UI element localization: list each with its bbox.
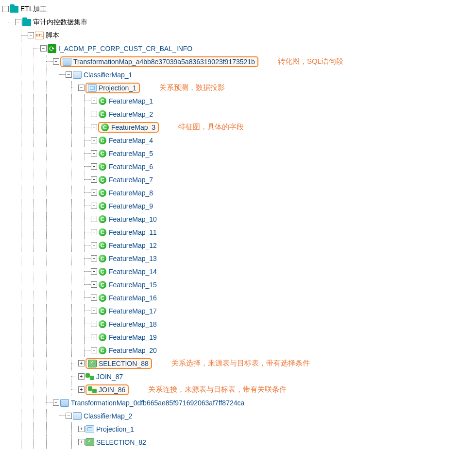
expand-toggle[interactable]: + bbox=[78, 426, 85, 432]
node-feature[interactable]: FeatureMap_12 bbox=[108, 242, 158, 249]
tree-indent bbox=[15, 42, 28, 55]
collapse-toggle[interactable]: − bbox=[15, 19, 21, 25]
expand-toggle[interactable]: + bbox=[91, 281, 97, 288]
node-feature[interactable]: FeatureMap_20 bbox=[108, 347, 158, 354]
collapse-toggle[interactable]: − bbox=[78, 85, 85, 91]
collapse-toggle[interactable]: − bbox=[40, 45, 47, 52]
tree-indent bbox=[78, 278, 91, 291]
expand-toggle[interactable]: + bbox=[78, 439, 85, 445]
node-feature[interactable]: FeatureMap_9 bbox=[108, 202, 154, 210]
feature-map-icon: C bbox=[98, 215, 107, 223]
node-selection[interactable]: SELECTION_82 bbox=[95, 438, 147, 446]
expand-toggle[interactable]: + bbox=[91, 163, 97, 170]
node-feature[interactable]: FeatureMap_3 bbox=[110, 123, 156, 131]
tree-row: +CFeatureMap_10 bbox=[2, 212, 476, 226]
tree-indent bbox=[40, 134, 53, 147]
node-feature[interactable]: FeatureMap_4 bbox=[108, 137, 154, 144]
tree-indent bbox=[28, 147, 40, 160]
expand-toggle[interactable]: + bbox=[91, 295, 97, 301]
tree-indent bbox=[2, 147, 15, 160]
expand-toggle[interactable]: + bbox=[91, 347, 97, 353]
expand-toggle[interactable]: + bbox=[91, 334, 97, 340]
tree-row: +CFeatureMap_16 bbox=[2, 291, 476, 304]
node-feature[interactable]: FeatureMap_13 bbox=[108, 255, 158, 262]
expand-toggle[interactable]: + bbox=[91, 111, 97, 117]
tree-indent bbox=[40, 409, 53, 422]
collapse-toggle[interactable]: − bbox=[53, 400, 59, 406]
tree-row: +CFeatureMap_12 bbox=[2, 239, 476, 252]
node-feature[interactable]: FeatureMap_6 bbox=[108, 163, 154, 171]
annotation-label: 关系选择，来源表与目标表，带有选择条件 bbox=[171, 359, 310, 368]
node-proj2[interactable]: Projection_1 bbox=[95, 425, 135, 433]
expand-toggle[interactable]: + bbox=[78, 373, 85, 380]
expand-toggle[interactable]: + bbox=[91, 216, 97, 222]
node-cmap1[interactable]: ClassifierMap_1 bbox=[83, 71, 133, 79]
expand-toggle[interactable]: + bbox=[78, 360, 85, 366]
tree-indent bbox=[28, 357, 40, 370]
node-feature[interactable]: FeatureMap_16 bbox=[108, 294, 158, 302]
node-tmap2[interactable]: TransformationMap_0dfb665ae85f971692063a… bbox=[70, 399, 245, 407]
node-join[interactable]: JOIN_86 bbox=[98, 386, 126, 394]
tree-indent bbox=[40, 107, 53, 121]
collapse-toggle[interactable]: − bbox=[53, 58, 59, 65]
node-feature[interactable]: FeatureMap_7 bbox=[108, 176, 154, 184]
node-feature[interactable]: FeatureMap_11 bbox=[108, 228, 158, 236]
node-script[interactable]: 脚本 bbox=[45, 31, 60, 40]
collapse-toggle[interactable]: − bbox=[2, 6, 9, 12]
node-feature[interactable]: FeatureMap_19 bbox=[108, 333, 158, 341]
node-tmap1[interactable]: TransformationMap_a4bb8e37039a5a83631902… bbox=[72, 58, 256, 66]
node-feature[interactable]: FeatureMap_1 bbox=[108, 97, 154, 105]
tree-indent bbox=[66, 121, 78, 134]
node-cmap2[interactable]: ClassifierMap_2 bbox=[83, 412, 133, 420]
tree-indent bbox=[2, 239, 15, 252]
expand-toggle[interactable]: + bbox=[91, 203, 97, 209]
node-feature[interactable]: FeatureMap_14 bbox=[108, 268, 158, 276]
expand-toggle[interactable]: + bbox=[91, 190, 97, 196]
tree-indent bbox=[2, 252, 15, 265]
expand-toggle[interactable]: + bbox=[91, 176, 97, 183]
tree-row: +CFeatureMap_9 bbox=[2, 199, 476, 212]
node-join[interactable]: JOIN_87 bbox=[95, 373, 124, 381]
expand-toggle[interactable]: + bbox=[91, 255, 97, 261]
tree-indent bbox=[53, 330, 66, 344]
node-audit[interactable]: 审计内控数据集市 bbox=[32, 18, 88, 27]
tree-indent bbox=[28, 422, 40, 435]
expand-toggle[interactable]: + bbox=[78, 386, 85, 393]
expand-toggle[interactable]: + bbox=[91, 98, 97, 104]
node-feature[interactable]: FeatureMap_5 bbox=[108, 150, 154, 157]
tree-indent bbox=[15, 212, 28, 226]
tree-row: +CFeatureMap_14 bbox=[2, 265, 476, 278]
expand-toggle[interactable]: + bbox=[91, 137, 97, 143]
node-selection[interactable]: SELECTION_88 bbox=[98, 360, 150, 367]
tree-indent bbox=[28, 330, 40, 344]
tree-row: −审计内控数据集市 bbox=[2, 16, 476, 29]
node-feature[interactable]: FeatureMap_17 bbox=[108, 307, 158, 315]
expand-toggle[interactable]: + bbox=[91, 124, 97, 130]
expand-toggle[interactable]: + bbox=[91, 242, 97, 248]
collapse-toggle[interactable]: − bbox=[66, 413, 72, 419]
tree-indent bbox=[40, 330, 53, 344]
tree-indent bbox=[66, 291, 78, 304]
expand-toggle[interactable]: + bbox=[91, 229, 97, 235]
tree-indent bbox=[66, 435, 78, 449]
node-feature[interactable]: FeatureMap_18 bbox=[108, 320, 158, 328]
expand-toggle[interactable]: + bbox=[91, 321, 97, 327]
node-acdm[interactable]: I_ACDM_PF_CORP_CUST_CR_BAL_INFO bbox=[57, 45, 193, 52]
tree-view: −ETL加工−审计内控数据集市−ETL脚本−⟳I_ACDM_PF_CORP_CU… bbox=[2, 2, 476, 449]
node-feature[interactable]: FeatureMap_2 bbox=[108, 110, 154, 118]
expand-toggle[interactable]: + bbox=[91, 308, 97, 314]
tree-indent bbox=[40, 278, 53, 291]
node-feature[interactable]: FeatureMap_8 bbox=[108, 189, 154, 197]
tree-row: +CFeatureMap_18 bbox=[2, 317, 476, 330]
node-etl-root[interactable]: ETL加工 bbox=[19, 5, 48, 14]
expand-toggle[interactable]: + bbox=[91, 268, 97, 275]
tree-indent bbox=[66, 278, 78, 291]
node-feature[interactable]: FeatureMap_10 bbox=[108, 215, 158, 223]
expand-toggle[interactable]: + bbox=[91, 150, 97, 156]
folder-icon bbox=[22, 18, 31, 26]
tree-indent bbox=[28, 186, 40, 199]
collapse-toggle[interactable]: − bbox=[66, 71, 72, 78]
node-proj1[interactable]: Projection_1 bbox=[98, 84, 137, 92]
node-feature[interactable]: FeatureMap_15 bbox=[108, 281, 158, 289]
collapse-toggle[interactable]: − bbox=[28, 32, 34, 38]
